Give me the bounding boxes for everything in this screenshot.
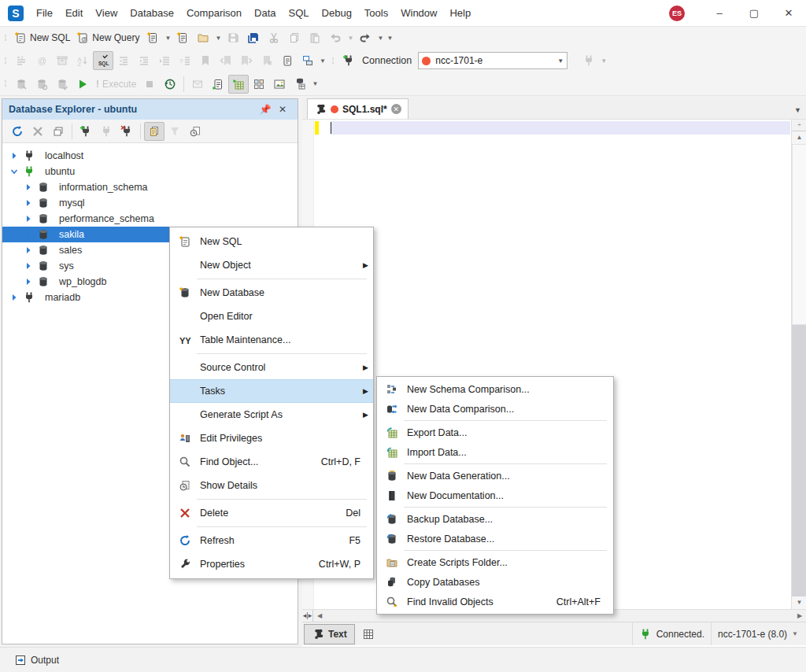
- chevron-right-icon[interactable]: [23, 262, 34, 270]
- tab-list-dropdown-icon[interactable]: ▼: [794, 106, 801, 114]
- menu-debug[interactable]: Debug: [316, 0, 358, 26]
- mail-button[interactable]: [187, 75, 208, 94]
- toolbar-options-icon[interactable]: ▼: [385, 35, 394, 42]
- menu-item-copy-databases[interactable]: Copy Databases: [377, 572, 613, 592]
- menu-view[interactable]: View: [89, 0, 124, 26]
- connect-button[interactable]: [96, 122, 116, 141]
- new-document-button[interactable]: [142, 28, 163, 47]
- minimize-button[interactable]: –: [702, 0, 737, 26]
- menu-item-table-maintenance[interactable]: YY Table Maintenance...: [170, 328, 373, 352]
- bookmark-prev-button[interactable]: [216, 51, 236, 70]
- export-doc-button[interactable]: [208, 75, 228, 94]
- archive-button[interactable]: [52, 51, 72, 70]
- menu-item-export-data[interactable]: Export Data...: [377, 423, 613, 442]
- open-folder-button[interactable]: [193, 28, 213, 47]
- menu-item-tasks[interactable]: Tasks ▶: [170, 379, 373, 403]
- chevron-right-icon[interactable]: [9, 152, 20, 160]
- delete-button[interactable]: [28, 122, 48, 141]
- chevron-right-icon[interactable]: [23, 231, 34, 238]
- text-view-tab[interactable]: Text: [304, 624, 355, 644]
- split-handle-icon[interactable]: ◂|▸: [302, 610, 313, 622]
- menu-item-refresh[interactable]: Refresh F5: [170, 529, 373, 552]
- chevron-down-icon[interactable]: ▼: [163, 35, 172, 42]
- bookmark-button[interactable]: [195, 51, 216, 70]
- toolbar-grip[interactable]: ⁞: [327, 49, 338, 72]
- indent-block-button[interactable]: ?: [175, 51, 195, 70]
- db-tools-1-button[interactable]: [11, 75, 31, 94]
- connection-dropdown[interactable]: ncc-1701-e ▼: [418, 52, 568, 69]
- menu-item-new-sql[interactable]: New SQL: [170, 230, 373, 253]
- sql-check-button[interactable]: SQL: [93, 51, 113, 70]
- menu-item-create-scripts-folder[interactable]: Create Scripts Folder...: [377, 552, 613, 572]
- chevron-down-icon[interactable]: ▼: [213, 35, 223, 42]
- image-button[interactable]: [269, 75, 290, 94]
- menu-item-new-data-generation[interactable]: New Data Generation...: [377, 466, 613, 486]
- menu-data[interactable]: Data: [248, 0, 282, 26]
- chevron-right-icon[interactable]: [23, 246, 34, 254]
- menu-file[interactable]: File: [30, 0, 59, 26]
- connect-new-button[interactable]: [76, 122, 96, 141]
- close-tab-icon[interactable]: ✕: [391, 104, 401, 114]
- chevron-down-icon[interactable]: ▼: [375, 35, 385, 42]
- sort-az-button[interactable]: AZ: [72, 51, 93, 70]
- chevron-down-icon[interactable]: [9, 168, 20, 175]
- outdent-block-button[interactable]: [154, 51, 175, 70]
- tree-node-mysql[interactable]: mysql: [2, 195, 298, 211]
- refresh-button[interactable]: [7, 122, 28, 141]
- menu-window[interactable]: Window: [394, 0, 443, 26]
- chevron-right-icon[interactable]: [9, 294, 20, 301]
- cut-button[interactable]: [264, 28, 284, 47]
- chevron-right-icon[interactable]: [23, 278, 34, 286]
- layout-button[interactable]: [298, 51, 318, 70]
- menu-item-generate-script-as[interactable]: Generate Script As ▶: [170, 403, 373, 426]
- toolbar-grip[interactable]: ⁞: [0, 49, 11, 72]
- document-button[interactable]: [277, 51, 298, 70]
- tree-node-localhost[interactable]: localhost: [2, 148, 298, 164]
- chevron-down-icon[interactable]: ▼: [310, 80, 320, 87]
- stop-button[interactable]: [139, 75, 160, 94]
- history-docs-button[interactable]: [185, 122, 205, 141]
- menu-edit[interactable]: Edit: [59, 0, 89, 26]
- menu-item-new-schema-comparison[interactable]: New Schema Comparison...: [377, 379, 613, 399]
- grid-view-tab[interactable]: [355, 624, 382, 644]
- windows-button[interactable]: [48, 122, 68, 141]
- chevron-down-icon[interactable]: ▼: [346, 35, 355, 42]
- mention-button[interactable]: @: [31, 51, 52, 70]
- save-all-button[interactable]: [243, 28, 264, 47]
- menu-tools[interactable]: Tools: [358, 0, 394, 26]
- toolbar-grip[interactable]: ⁞: [0, 27, 11, 49]
- account-badge[interactable]: ES: [669, 6, 685, 21]
- bookmark-next-button[interactable]: [236, 51, 257, 70]
- chevron-down-icon[interactable]: ▼: [599, 57, 608, 65]
- db-tools-3-button[interactable]: [52, 75, 72, 94]
- scroll-left-icon[interactable]: ◀: [313, 612, 326, 619]
- close-button[interactable]: ✕: [771, 0, 806, 26]
- menu-sql[interactable]: SQL: [283, 0, 316, 26]
- menu-item-new-documentation[interactable]: New Documentation...: [377, 486, 613, 505]
- chevron-right-icon[interactable]: [23, 215, 34, 223]
- menu-item-find-object[interactable]: Find Object... Ctrl+D, F: [170, 450, 373, 474]
- connection-selector[interactable]: ncc-1701-e (8.0) ▼: [711, 622, 804, 645]
- database-explorer-header[interactable]: Database Explorer - ubuntu 📌 ✕: [2, 99, 298, 120]
- copy-button[interactable]: [284, 28, 305, 47]
- new-query-button[interactable]: @New Query: [73, 28, 142, 47]
- menu-item-delete[interactable]: Delete Del: [170, 501, 373, 525]
- import-table-button[interactable]: [228, 75, 249, 94]
- outdent-left-button[interactable]: [113, 51, 134, 70]
- copy-docs-button[interactable]: [144, 122, 165, 141]
- menu-database[interactable]: Database: [124, 0, 180, 26]
- scrollbar-thumb[interactable]: [792, 144, 806, 325]
- scroll-down-icon[interactable]: ▼: [792, 596, 806, 609]
- close-panel-icon[interactable]: ✕: [274, 104, 291, 115]
- history-button[interactable]: [160, 75, 180, 94]
- indent-left-button[interactable]: [134, 51, 154, 70]
- bookmark-clear-button[interactable]: [257, 51, 277, 70]
- tree-node-performance-schema[interactable]: performance_schema: [2, 211, 298, 227]
- disconnect-button[interactable]: [116, 122, 137, 141]
- vertical-scrollbar[interactable]: ÷ ▲ ▼: [791, 120, 806, 609]
- toolbar-grip[interactable]: ⁞: [0, 72, 11, 95]
- split-handle-icon[interactable]: ÷: [792, 120, 806, 131]
- menu-item-backup-database[interactable]: Backup Database...: [377, 509, 613, 529]
- menu-item-new-data-comparison[interactable]: New Data Comparison...: [377, 399, 613, 419]
- disconnect-button[interactable]: [579, 51, 599, 70]
